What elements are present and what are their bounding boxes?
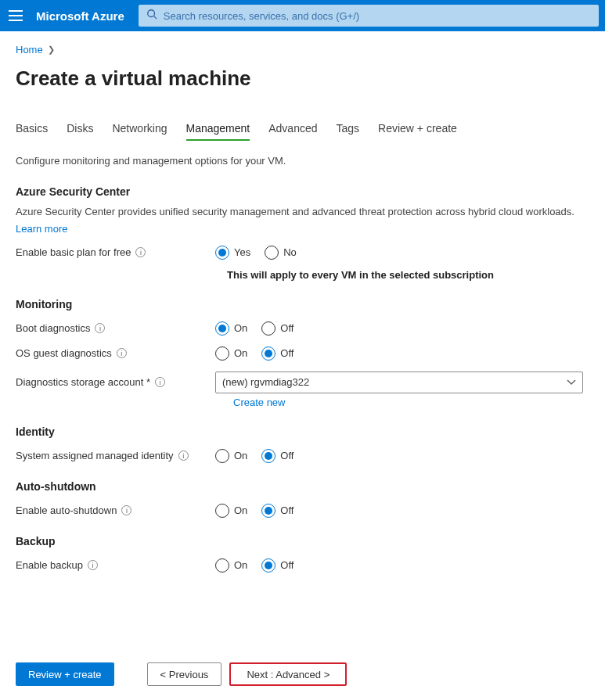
info-icon[interactable]: i: [121, 505, 131, 515]
brand-label: Microsoft Azure: [31, 9, 139, 23]
tab-review[interactable]: Review + create: [378, 122, 457, 141]
hamburger-menu[interactable]: [0, 0, 31, 31]
enable-plan-yes[interactable]: Yes: [215, 246, 250, 260]
next-advanced-button[interactable]: Next : Advanced >: [229, 662, 347, 686]
tab-management[interactable]: Management: [186, 122, 250, 141]
identity-label: System assigned managed identity: [16, 450, 174, 461]
create-new-link[interactable]: Create new: [233, 397, 589, 408]
security-title: Azure Security Center: [16, 185, 589, 198]
backup-off[interactable]: Off: [261, 558, 293, 573]
search-box[interactable]: [139, 5, 599, 27]
previous-button[interactable]: < Previous: [147, 662, 222, 686]
review-create-button[interactable]: Review + create: [16, 662, 114, 686]
os-diag-label: OS guest diagnostics: [16, 347, 112, 359]
search-icon: [146, 9, 157, 23]
backup-label: Enable backup: [16, 559, 83, 571]
identity-off[interactable]: Off: [261, 449, 293, 463]
autoshutdown-label: Enable auto-shutdown: [16, 504, 117, 516]
info-icon[interactable]: i: [135, 247, 146, 257]
info-icon[interactable]: i: [95, 323, 105, 333]
tab-description: Configure monitoring and management opti…: [16, 155, 589, 167]
os-diag-on[interactable]: On: [215, 346, 247, 361]
boot-diag-on[interactable]: On: [215, 321, 247, 336]
enable-plan-label: Enable basic plan for free: [16, 246, 131, 258]
identity-title: Identity: [16, 425, 589, 438]
autoshutdown-off[interactable]: Off: [261, 504, 293, 518]
subscription-note: This will apply to every VM in the selec…: [227, 269, 589, 281]
breadcrumb-home[interactable]: Home: [16, 44, 43, 56]
os-diag-off[interactable]: Off: [261, 346, 293, 361]
backup-on[interactable]: On: [215, 558, 247, 573]
autoshutdown-on[interactable]: On: [215, 504, 247, 518]
svg-point-3: [148, 10, 155, 17]
tab-advanced[interactable]: Advanced: [268, 122, 317, 141]
identity-on[interactable]: On: [215, 449, 247, 463]
tab-networking[interactable]: Networking: [112, 122, 167, 141]
breadcrumb: Home ❯: [16, 44, 589, 56]
boot-diag-label: Boot diagnostics: [16, 322, 90, 334]
chevron-right-icon: ❯: [48, 45, 55, 55]
security-desc: Azure Security Center provides unified s…: [16, 204, 589, 220]
svg-line-4: [153, 16, 157, 20]
tab-tags[interactable]: Tags: [337, 122, 360, 141]
chevron-down-icon: [567, 376, 576, 388]
info-icon[interactable]: i: [117, 348, 127, 358]
page-title: Create a virtual machine: [16, 66, 589, 91]
backup-title: Backup: [16, 535, 589, 547]
search-input[interactable]: [157, 10, 591, 22]
autoshutdown-title: Auto-shutdown: [16, 480, 589, 493]
info-icon[interactable]: i: [88, 560, 98, 570]
tab-disks[interactable]: Disks: [67, 122, 93, 141]
tab-basics[interactable]: Basics: [16, 122, 48, 141]
enable-plan-no[interactable]: No: [265, 246, 297, 260]
storage-account-select[interactable]: (new) rgvmdiag322: [215, 372, 583, 393]
boot-diag-off[interactable]: Off: [261, 321, 293, 336]
info-icon[interactable]: i: [178, 451, 189, 461]
monitoring-title: Monitoring: [16, 298, 589, 311]
learn-more-link[interactable]: Learn more: [16, 223, 589, 235]
storage-account-label: Diagnostics storage account *: [16, 376, 150, 388]
info-icon[interactable]: i: [155, 377, 165, 387]
